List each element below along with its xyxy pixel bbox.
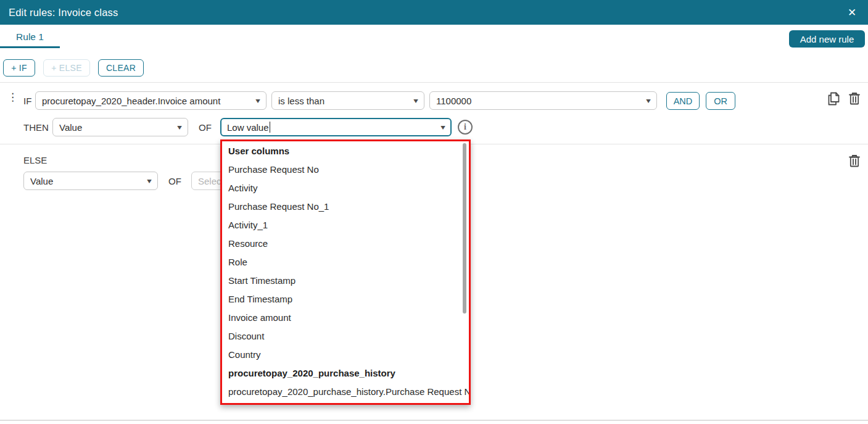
chevron-down-icon: ▾ — [413, 96, 418, 105]
then-value-text: Low value — [227, 122, 269, 133]
and-button[interactable]: AND — [666, 92, 700, 110]
add-new-rule-button[interactable]: Add new rule — [789, 30, 865, 48]
dropdown-item[interactable]: Activity_1 — [222, 215, 469, 234]
copy-icon — [827, 91, 840, 106]
dropdown-item[interactable]: procuretopay_2020_purchase_history.Purch… — [222, 382, 469, 401]
tab-rule-1[interactable]: Rule 1 — [0, 27, 60, 48]
close-icon[interactable]: ✕ — [843, 0, 861, 25]
condition-operator-select[interactable]: is less than ▾ — [271, 91, 424, 110]
else-type-value: Value — [30, 176, 144, 186]
dropdown-group-header: User columns — [222, 141, 469, 160]
then-type-value: Value — [59, 122, 174, 133]
chevron-down-icon: ▾ — [177, 123, 182, 131]
condition-column-select[interactable]: procuretopay_2020_header.Invoice amount … — [35, 91, 267, 110]
delete-else-block-button[interactable] — [848, 154, 861, 170]
dropdown-item[interactable]: Role — [222, 252, 469, 271]
add-if-button[interactable]: + IF — [3, 59, 35, 77]
delete-if-block-button[interactable] — [848, 91, 861, 108]
else-label: ELSE — [23, 155, 47, 165]
toolbar-divider — [0, 82, 868, 83]
dropdown-scrollbar[interactable] — [463, 143, 466, 314]
dropdown-item[interactable]: Resource — [222, 234, 469, 252]
condition-value: 1100000 — [436, 96, 643, 106]
trash-icon — [848, 154, 861, 168]
condition-operator-value: is less than — [278, 96, 410, 106]
of-label: OF — [199, 122, 212, 133]
chevron-down-icon: ▾ — [646, 96, 651, 105]
add-else-button: + ELSE — [43, 59, 90, 77]
dropdown-item[interactable]: Purchase Request No — [222, 160, 469, 178]
dropdown-item-clipped[interactable]: procuretopay_2020_purchase_history.Activ… — [222, 401, 469, 405]
dropdown-item[interactable]: Start Timestamp — [222, 271, 469, 289]
or-button[interactable]: OR — [706, 92, 735, 110]
info-icon[interactable]: i — [458, 120, 473, 135]
dropdown-item[interactable]: Discount — [222, 326, 469, 345]
chevron-down-icon: ▾ — [440, 123, 445, 131]
text-cursor — [270, 122, 271, 133]
dropdown-item[interactable]: Country — [222, 345, 469, 364]
duplicate-rule-button[interactable] — [827, 91, 840, 108]
drag-handle-icon[interactable]: ⋮ — [7, 93, 16, 110]
condition-value-combobox[interactable]: 1100000 ▾ — [429, 91, 657, 110]
then-label: THEN — [23, 122, 49, 133]
then-value-combobox[interactable]: Low value ▾ — [220, 118, 452, 136]
dropdown-item[interactable]: Purchase Request No_1 — [222, 197, 469, 215]
dropdown-item[interactable]: Activity — [222, 178, 469, 197]
if-label: IF — [23, 96, 31, 106]
else-type-select[interactable]: Value ▾ — [23, 172, 158, 190]
dropdown-group-header: procuretopay_2020_purchase_history — [222, 364, 469, 382]
bottom-divider — [0, 420, 868, 421]
chevron-down-icon: ▾ — [255, 96, 260, 105]
tab-rule-1-label: Rule 1 — [16, 31, 44, 43]
dialog-titlebar: Edit rules: Invoice class ✕ — [0, 0, 868, 25]
edit-rules-dialog: Edit rules: Invoice class ✕ Rule 1 Add n… — [0, 0, 868, 424]
condition-column-value: procuretopay_2020_header.Invoice amount — [42, 96, 252, 106]
clear-button[interactable]: CLEAR — [98, 59, 144, 77]
chevron-down-icon: ▾ — [147, 177, 152, 185]
dropdown-item[interactable]: Invoice amount — [222, 308, 469, 326]
else-of-label: OF — [168, 176, 181, 186]
then-type-select[interactable]: Value ▾ — [52, 118, 188, 136]
dropdown-item[interactable]: End Timestamp — [222, 289, 469, 308]
dialog-title: Edit rules: Invoice class — [9, 7, 118, 19]
column-dropdown-list: User columns Purchase Request No Activit… — [220, 139, 471, 405]
trash-icon — [848, 91, 861, 106]
